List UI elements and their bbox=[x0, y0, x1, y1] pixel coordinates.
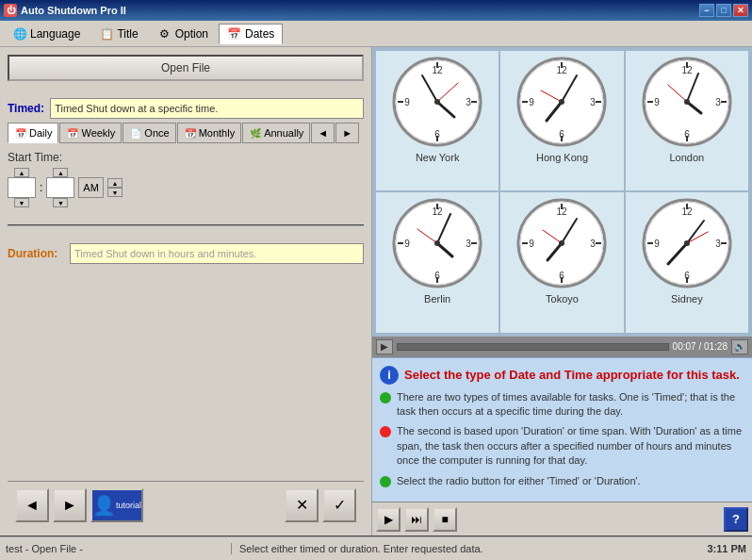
annually-icon: 🌿 bbox=[249, 126, 262, 140]
info-icon: i bbox=[380, 366, 399, 385]
title-bar-left: ⏻ Auto Shutdown Pro II bbox=[4, 4, 126, 17]
info-panel: i Select the type of Date and Time appro… bbox=[372, 357, 752, 502]
ampm-button[interactable]: AM bbox=[78, 177, 104, 198]
close-button[interactable]: ✕ bbox=[733, 4, 748, 17]
svg-point-41 bbox=[684, 99, 690, 105]
menu-dates[interactable]: 📅 Dates bbox=[219, 24, 283, 44]
nav-next-label: ► bbox=[342, 127, 352, 139]
minute-up-button[interactable]: ▲ bbox=[53, 168, 68, 177]
status-bar: test - Open File - Select either timed o… bbox=[0, 535, 752, 560]
hour-input[interactable] bbox=[8, 177, 36, 198]
tab-nav-prev[interactable]: ◄ bbox=[311, 123, 335, 143]
tab-once[interactable]: 📄 Once bbox=[123, 123, 175, 143]
menu-title-label: Title bbox=[117, 27, 138, 41]
video-time: 00:07 / 01:28 bbox=[673, 341, 727, 352]
svg-text:6: 6 bbox=[560, 271, 565, 281]
ampm-up-button[interactable]: ▲ bbox=[107, 178, 123, 188]
start-time-section: Start Time: ▲ ▼ : ▲ ▼ AM ▲ bbox=[8, 151, 364, 207]
bullet-green-1 bbox=[380, 392, 391, 404]
right-next-button[interactable]: ⏭ bbox=[404, 507, 429, 532]
cancel-button[interactable]: ✕ bbox=[285, 488, 319, 522]
status-right: Select either timed or duration. Enter r… bbox=[232, 543, 686, 554]
hour-down-button[interactable]: ▼ bbox=[14, 198, 29, 207]
ok-button[interactable]: ✓ bbox=[322, 488, 356, 522]
svg-text:9: 9 bbox=[404, 97, 410, 107]
bottom-toolbar: ◄ ► 👤 tutorial ✕ ✓ bbox=[8, 481, 364, 528]
right-help-button[interactable]: ? bbox=[724, 507, 748, 532]
tab-annually[interactable]: 🌿 Annually bbox=[242, 123, 310, 143]
time-controls: ▲ ▼ : ▲ ▼ AM ▲ ▼ bbox=[8, 168, 364, 207]
svg-text:9: 9 bbox=[530, 97, 535, 107]
option-icon: ⚙ bbox=[157, 26, 172, 41]
clock-hong-kong: 12 6 9 3 Hong Kong bbox=[500, 51, 623, 190]
clock-london-svg: 12 6 9 3 bbox=[640, 55, 734, 149]
menu-option[interactable]: ⚙ Option bbox=[149, 24, 217, 44]
minute-down-button[interactable]: ▼ bbox=[53, 198, 68, 207]
maximize-button[interactable]: □ bbox=[716, 4, 731, 17]
tab-weekly[interactable]: 📅 Weekly bbox=[59, 123, 122, 143]
minimize-button[interactable]: − bbox=[699, 4, 714, 17]
tab-nav-next[interactable]: ► bbox=[335, 123, 359, 143]
info-title: Select the type of Date and Time appropr… bbox=[404, 368, 740, 382]
info-text-3: Select the radio button for either 'Time… bbox=[397, 474, 641, 488]
divider bbox=[8, 221, 364, 226]
clock-new-york-label: New York bbox=[416, 152, 459, 163]
clock-berlin-svg: 12 6 9 3 bbox=[390, 196, 484, 290]
video-progress-bar[interactable] bbox=[397, 343, 669, 351]
clock-sidney-label: Sidney bbox=[671, 293, 703, 305]
clock-berlin-label: Berlin bbox=[424, 293, 450, 305]
info-para-3: Select the radio button for either 'Time… bbox=[380, 474, 744, 488]
clock-hong-kong-svg: 12 6 9 3 bbox=[515, 55, 609, 149]
timed-row: Timed: bbox=[8, 98, 364, 119]
svg-text:12: 12 bbox=[433, 65, 444, 75]
right-stop-button[interactable]: ■ bbox=[433, 507, 457, 532]
menu-title[interactable]: 📋 Title bbox=[90, 24, 146, 44]
video-volume-button[interactable]: 🔊 bbox=[731, 339, 748, 354]
info-header: i Select the type of Date and Time appro… bbox=[380, 366, 744, 385]
clock-sidney-svg: 12 6 9 3 bbox=[640, 196, 734, 290]
clock-berlin: 12 6 9 3 Berlin bbox=[376, 192, 499, 332]
tutorial-button[interactable]: 👤 tutorial bbox=[90, 488, 143, 522]
nav-prev-label: ◄ bbox=[318, 127, 328, 139]
svg-point-55 bbox=[434, 240, 440, 246]
left-panel: Open File Timed: 📅 Daily 📅 Weekly 📄 Once bbox=[0, 47, 372, 535]
clock-new-york: 12 6 9 3 New York bbox=[376, 51, 499, 190]
open-file-button[interactable]: Open File bbox=[8, 55, 364, 81]
timed-input[interactable] bbox=[50, 98, 364, 119]
tab-once-label: Once bbox=[144, 127, 169, 139]
menu-language-label: Language bbox=[30, 27, 80, 41]
info-text-2: The second is based upon 'Duration' or t… bbox=[397, 424, 744, 468]
title-icon: 📋 bbox=[99, 26, 114, 41]
menu-language[interactable]: 🌐 Language bbox=[4, 24, 89, 44]
main-content: Open File Timed: 📅 Daily 📅 Weekly 📄 Once bbox=[0, 47, 752, 535]
minute-input[interactable] bbox=[46, 177, 74, 198]
time-separator: : bbox=[40, 181, 42, 194]
tab-annually-label: Annually bbox=[264, 127, 303, 139]
ampm-spinner: ▲ ▼ bbox=[107, 178, 123, 197]
ampm-down-button[interactable]: ▼ bbox=[107, 188, 123, 197]
title-bar-controls: − □ ✕ bbox=[699, 4, 748, 17]
svg-text:12: 12 bbox=[433, 206, 444, 217]
tab-monthly[interactable]: 📆 Monthly bbox=[177, 123, 242, 143]
duration-section: Duration: bbox=[8, 243, 364, 264]
tab-daily[interactable]: 📅 Daily bbox=[8, 123, 58, 143]
svg-text:6: 6 bbox=[684, 271, 690, 281]
back-button[interactable]: ◄ bbox=[15, 488, 49, 522]
right-play-button[interactable]: ▶ bbox=[376, 507, 401, 532]
svg-text:9: 9 bbox=[654, 239, 660, 249]
forward-button[interactable]: ► bbox=[53, 488, 87, 522]
video-play-button[interactable]: ▶ bbox=[376, 339, 393, 354]
clock-tokoyo-svg: 12 6 9 3 bbox=[515, 196, 609, 290]
hour-spinner: ▲ ▼ bbox=[8, 168, 36, 207]
once-icon: 📄 bbox=[129, 126, 142, 140]
duration-input[interactable] bbox=[70, 243, 364, 264]
language-icon: 🌐 bbox=[12, 26, 27, 41]
svg-text:6: 6 bbox=[684, 129, 690, 140]
right-bottom-buttons: ▶ ⏭ ■ bbox=[376, 507, 457, 532]
svg-text:3: 3 bbox=[715, 97, 721, 107]
status-time: 3:11 PM bbox=[686, 543, 752, 554]
tutorial-label: tutorial bbox=[116, 501, 141, 510]
svg-text:3: 3 bbox=[466, 97, 471, 107]
hour-up-button[interactable]: ▲ bbox=[14, 168, 29, 177]
svg-text:12: 12 bbox=[681, 206, 693, 217]
